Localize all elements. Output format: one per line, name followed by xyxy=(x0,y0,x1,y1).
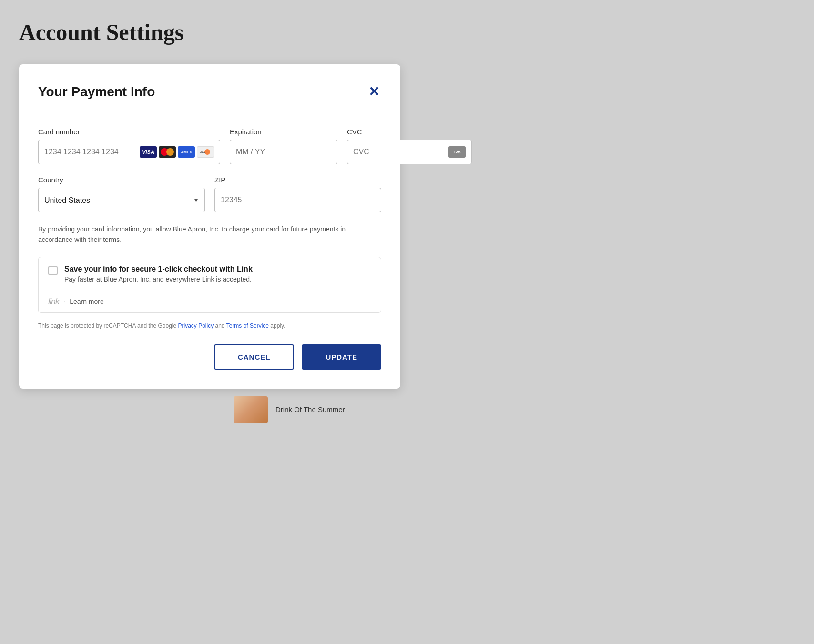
link-logo: link xyxy=(48,297,59,307)
expiration-input[interactable] xyxy=(236,148,331,156)
privacy-policy-link[interactable]: Privacy Policy xyxy=(178,322,214,329)
country-select[interactable]: United States Canada United Kingdom xyxy=(39,188,204,212)
cvc-group: CVC 135 xyxy=(347,128,472,164)
zip-input-wrapper xyxy=(214,188,381,212)
card-number-input-wrapper: VISA AMEX disc xyxy=(38,140,220,164)
card-number-label: Card number xyxy=(38,128,220,136)
recaptcha-and: and xyxy=(214,322,226,329)
card-number-input[interactable] xyxy=(44,148,140,156)
country-label: Country xyxy=(38,176,205,184)
country-group: Country United States Canada United King… xyxy=(38,176,205,212)
expiration-group: Expiration xyxy=(230,128,337,164)
link-section: Save your info for secure 1-click checko… xyxy=(38,257,381,313)
link-title: Save your info for secure 1-click checko… xyxy=(64,265,253,273)
country-select-wrapper: United States Canada United Kingdom ▾ xyxy=(38,188,205,212)
close-button[interactable]: ✕ xyxy=(366,83,381,101)
cvc-label: CVC xyxy=(347,128,472,136)
link-footer: link • Learn more xyxy=(39,291,381,312)
page-title: Account Settings xyxy=(19,19,795,45)
discover-icon: disc xyxy=(197,146,214,158)
modal-footer: CANCEL UPDATE xyxy=(38,344,381,370)
cvc-input[interactable] xyxy=(353,148,448,156)
cvc-badge: 135 xyxy=(448,146,466,158)
link-learn-more[interactable]: Learn more xyxy=(70,298,104,305)
cancel-button[interactable]: CANCEL xyxy=(214,344,295,370)
disclaimer-text: By providing your card information, you … xyxy=(38,224,381,245)
update-button[interactable]: UPDATE xyxy=(302,344,381,370)
card-icons: VISA AMEX disc xyxy=(140,146,214,158)
link-checkbox[interactable] xyxy=(48,266,58,275)
location-row: Country United States Canada United King… xyxy=(38,176,381,212)
peek-article-title: Drink Of The Summer xyxy=(275,405,345,413)
card-number-group: Card number VISA AMEX xyxy=(38,128,220,164)
expiration-label: Expiration xyxy=(230,128,337,136)
recaptcha-suffix: apply. xyxy=(269,322,285,329)
zip-input[interactable] xyxy=(221,196,375,204)
expiration-input-wrapper xyxy=(230,140,337,164)
amex-icon: AMEX xyxy=(178,146,195,158)
modal-title: Your Payment Info xyxy=(38,84,155,100)
thumbnail-image xyxy=(234,396,268,423)
terms-link[interactable]: Terms of Service xyxy=(226,322,269,329)
zip-group: ZIP xyxy=(214,176,381,212)
link-subtitle: Pay faster at Blue Apron, Inc. and every… xyxy=(64,275,253,283)
recaptcha-text: This page is protected by reCAPTCHA and … xyxy=(38,322,381,329)
link-dot: • xyxy=(64,300,65,303)
svg-text:disc: disc xyxy=(200,151,206,154)
link-checkbox-row: Save your info for secure 1-click checko… xyxy=(39,257,381,291)
mastercard-icon xyxy=(159,146,176,158)
cvc-input-wrapper: 135 xyxy=(347,140,472,164)
payment-modal: Your Payment Info ✕ Card number VISA AME… xyxy=(19,64,400,389)
zip-label: ZIP xyxy=(214,176,381,184)
card-info-row: Card number VISA AMEX xyxy=(38,128,381,164)
background-content-peek: Drink Of The Summer xyxy=(234,396,795,423)
modal-header: Your Payment Info ✕ xyxy=(38,83,381,112)
link-text-group: Save your info for secure 1-click checko… xyxy=(64,265,253,283)
visa-icon: VISA xyxy=(140,146,157,158)
payment-form: Card number VISA AMEX xyxy=(38,128,381,212)
recaptcha-prefix: This page is protected by reCAPTCHA and … xyxy=(38,322,178,329)
